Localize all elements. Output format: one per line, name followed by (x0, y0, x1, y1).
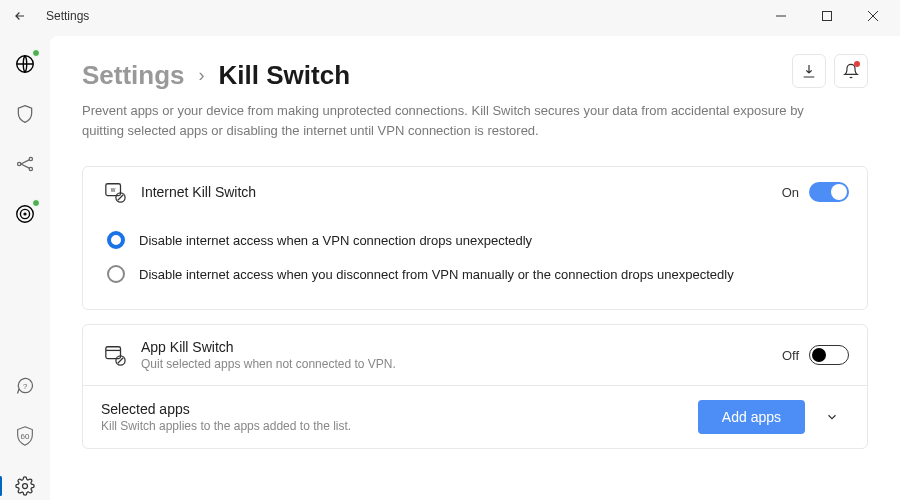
svg-point-9 (23, 484, 28, 489)
page-description: Prevent apps or your device from making … (82, 101, 842, 140)
sidebar-badge-count: 60 (21, 432, 30, 441)
window-title: Settings (46, 9, 89, 23)
minimize-button[interactable] (758, 0, 804, 32)
sidebar: ? 60 (0, 32, 50, 500)
sidebar-item-target[interactable] (11, 200, 39, 228)
svg-point-6 (20, 209, 29, 218)
main-content: Settings › Kill Switch Prevent apps or y… (50, 36, 900, 500)
ks-option-label: Disable internet access when a VPN conne… (139, 233, 532, 248)
breadcrumb-root[interactable]: Settings (82, 60, 185, 91)
selected-apps-subtitle: Kill Switch applies to the apps added to… (101, 419, 351, 433)
internet-kill-switch-card: w Internet Kill Switch On Disable intern… (82, 166, 868, 310)
status-dot-icon (32, 199, 40, 207)
svg-point-7 (24, 213, 26, 215)
status-dot-icon (32, 49, 40, 57)
svg-text:w: w (110, 186, 116, 193)
internet-ks-title: Internet Kill Switch (141, 184, 256, 200)
ks-option-drop[interactable]: Disable internet access when a VPN conne… (101, 223, 849, 257)
sidebar-item-help[interactable]: ? (11, 372, 39, 400)
internet-ks-toggle[interactable] (809, 182, 849, 202)
page-title: Kill Switch (219, 60, 350, 91)
svg-text:?: ? (23, 382, 27, 391)
svg-point-4 (29, 167, 32, 170)
radio-icon (107, 265, 125, 283)
app-ks-subtitle: Quit selected apps when not connected to… (141, 357, 396, 371)
chevron-right-icon: › (199, 65, 205, 86)
close-button[interactable] (850, 0, 896, 32)
globe-block-icon: w (101, 181, 129, 203)
download-button[interactable] (792, 54, 826, 88)
sidebar-item-settings[interactable] (11, 472, 39, 500)
sidebar-item-badge[interactable]: 60 (11, 422, 39, 450)
app-ks-toggle[interactable] (809, 345, 849, 365)
app-ks-title: App Kill Switch (141, 339, 396, 355)
svg-point-5 (17, 206, 34, 223)
svg-point-3 (29, 157, 32, 160)
app-kill-switch-card: App Kill Switch Quit selected apps when … (82, 324, 868, 449)
maximize-button[interactable] (804, 0, 850, 32)
sidebar-item-mesh[interactable] (11, 150, 39, 178)
radio-icon (107, 231, 125, 249)
svg-point-2 (18, 162, 21, 165)
add-apps-button[interactable]: Add apps (698, 400, 805, 434)
app-block-icon (101, 344, 129, 366)
breadcrumb: Settings › Kill Switch (82, 60, 350, 91)
internet-ks-state: On (782, 185, 799, 200)
sidebar-item-shield[interactable] (11, 100, 39, 128)
svg-rect-0 (823, 12, 832, 21)
ks-option-label: Disable internet access when you disconn… (139, 267, 734, 282)
app-ks-state: Off (782, 348, 799, 363)
selected-apps-title: Selected apps (101, 401, 351, 417)
ks-option-manual[interactable]: Disable internet access when you disconn… (101, 257, 849, 291)
notifications-button[interactable] (834, 54, 868, 88)
back-button[interactable] (4, 0, 36, 32)
titlebar: Settings (0, 0, 900, 32)
notification-dot-icon (854, 61, 860, 67)
expand-button[interactable] (815, 410, 849, 424)
sidebar-item-globe[interactable] (11, 50, 39, 78)
